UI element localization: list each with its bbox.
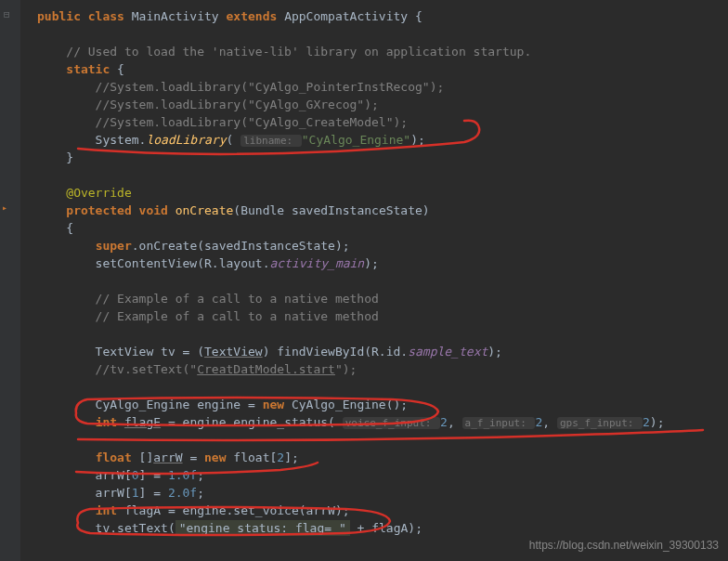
brace-open: { [37, 219, 728, 237]
blank-line [37, 166, 728, 184]
comment: // Example of a call to a native method [37, 290, 728, 307]
watermark: https://blog.csdn.net/weixin_39300133 [529, 539, 719, 552]
comment: //System.loadLibrary("CyAlgo_CreateModel… [37, 113, 728, 131]
comment: // Used to load the 'native-lib' library… [37, 43, 728, 60]
change-marker: ▸ [2, 202, 13, 213]
comment: //System.loadLibrary("CyAlgo_PointerInst… [37, 78, 728, 96]
blank-line [37, 25, 728, 43]
blank-line [37, 272, 728, 290]
blank-line [37, 325, 728, 343]
blank-line [37, 378, 728, 396]
comment: // Example of a call to a native method [37, 307, 728, 325]
comment: //System.loadLibrary("CyAlgo_GXrecog"); [37, 96, 728, 113]
blank-line [37, 431, 728, 449]
brace-close: } [37, 149, 728, 166]
fold-icon[interactable]: ⊟ [4, 8, 15, 20]
editor-gutter: ⊟ ▸ [0, 0, 20, 561]
code-editor[interactable]: public class MainActivity extends AppCom… [20, 0, 728, 544]
